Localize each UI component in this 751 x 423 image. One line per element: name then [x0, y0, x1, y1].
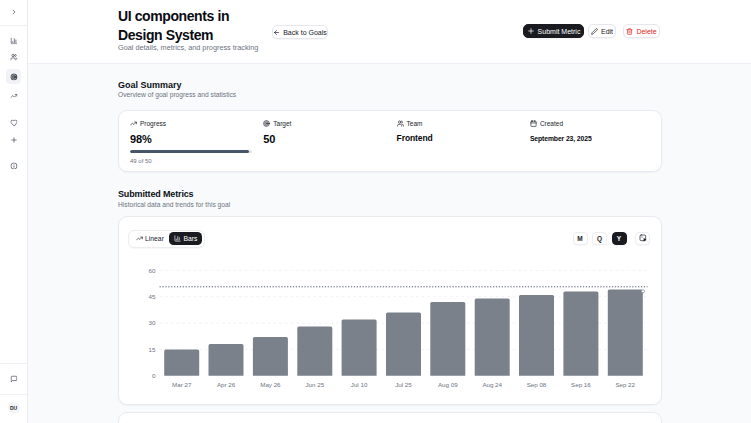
svg-text:Sep 22: Sep 22: [615, 381, 635, 388]
svg-text:Sep 08: Sep 08: [527, 381, 547, 388]
svg-text:30: 30: [149, 319, 156, 326]
svg-text:0: 0: [152, 372, 156, 379]
svg-text:Jun 25: Jun 25: [306, 381, 325, 388]
svg-text:May 26: May 26: [260, 381, 281, 388]
svg-text:Aug 24: Aug 24: [482, 381, 502, 388]
svg-text:Aug 09: Aug 09: [438, 381, 458, 388]
svg-text:45: 45: [149, 293, 156, 300]
svg-text:Mar 27: Mar 27: [172, 381, 192, 388]
svg-text:Sep 16: Sep 16: [571, 381, 591, 388]
svg-text:Jul 25: Jul 25: [395, 381, 412, 388]
svg-text:60: 60: [149, 267, 156, 274]
svg-text:15: 15: [149, 346, 156, 353]
svg-text:Jul 10: Jul 10: [351, 381, 368, 388]
svg-text:Apr 26: Apr 26: [217, 381, 236, 388]
